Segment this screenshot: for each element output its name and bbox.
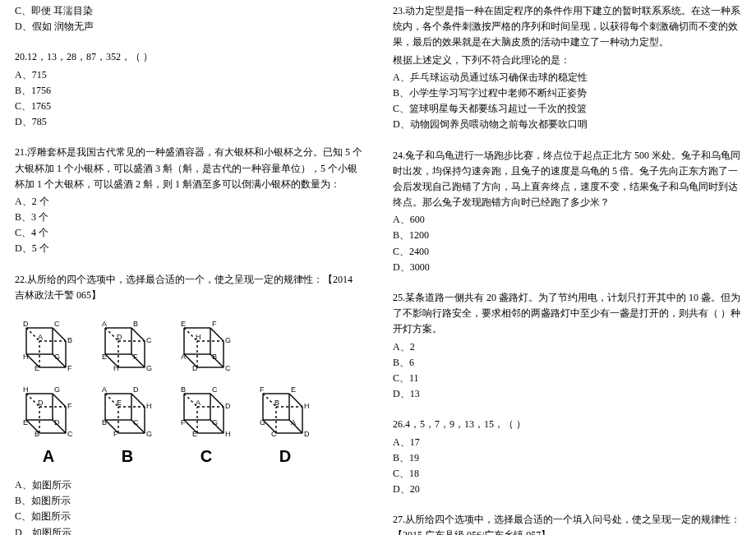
svg-text:A: A: [38, 333, 43, 341]
svg-text:C: C: [225, 364, 231, 372]
cube-labels-row: A B C D: [18, 443, 360, 469]
svg-text:D: D: [117, 333, 122, 341]
left-column: C、即便 耳濡目染 D、假如 润物无声 20.12，13，28，87，352，（…: [0, 0, 378, 535]
svg-line-49: [210, 328, 224, 341]
svg-text:D: D: [192, 364, 198, 372]
q24-option-d: D、3000: [393, 260, 741, 275]
svg-text:E: E: [35, 364, 39, 372]
svg-text:G: G: [260, 418, 265, 427]
svg-text:G: G: [212, 418, 218, 427]
q22-figure: DCBA HGFE ABCD EFGH EFGH ABCD: [15, 311, 363, 469]
svg-text:A: A: [181, 353, 186, 361]
cube-top-2: ABCD EFGH: [97, 311, 158, 372]
svg-text:B: B: [102, 418, 107, 427]
svg-text:D: D: [304, 430, 310, 438]
svg-line-89: [131, 394, 145, 407]
cubes-row-top: DCBA HGFE ABCD EFGH EFGH ABCD: [18, 311, 360, 372]
q22-option-a: A、如图所示: [15, 477, 363, 493]
q26-option-d: D、20: [393, 482, 741, 497]
q21-option-c: C、4 个: [15, 225, 363, 241]
cube-bottom-3: BCDA FGHE: [176, 377, 237, 438]
svg-text:A: A: [102, 385, 107, 394]
q23-option-d: D、动物园饲养员喂动物之前每次都要吹口哨: [393, 117, 741, 132]
q20-option-a: A、715: [15, 67, 363, 83]
svg-text:F: F: [67, 364, 72, 372]
svg-text:C: C: [146, 336, 152, 344]
q22-option-c: C、如图所示: [15, 509, 363, 524]
q23-option-b: B、小学生学习写字过程中老师不断纠正姿势: [393, 85, 741, 101]
q22-option-d: D、如图所示: [15, 525, 363, 535]
svg-text:E: E: [291, 385, 296, 394]
svg-line-29: [131, 328, 145, 341]
svg-text:E: E: [192, 430, 197, 438]
q20: 20.12，13，28，87，352，（ ） A、715 B、1756 C、17…: [15, 49, 363, 130]
q26-stem: 26.4，5，7，9，13，15，（ ）: [393, 417, 741, 432]
q26-option-c: C、18: [393, 466, 741, 482]
label-c: C: [176, 443, 237, 469]
q24-option-b: B、1200: [393, 228, 741, 243]
svg-text:F: F: [260, 385, 265, 394]
q21-option-b: B、3 个: [15, 210, 363, 225]
svg-text:F: F: [181, 418, 186, 427]
svg-text:C: C: [133, 418, 139, 427]
q26: 26.4，5，7，9，13，15，（ ） A、17 B、19 C、18 D、20: [393, 417, 741, 497]
q25-option-b: B、6: [393, 355, 741, 371]
q26-option-b: B、19: [393, 450, 741, 466]
q20-option-c: C、1765: [15, 99, 363, 114]
svg-text:H: H: [196, 333, 201, 341]
svg-text:H: H: [225, 430, 231, 438]
svg-text:C: C: [212, 385, 218, 394]
svg-text:G: G: [225, 336, 231, 344]
svg-text:H: H: [23, 353, 29, 361]
svg-text:E: E: [102, 353, 107, 361]
q25-option-a: A、2: [393, 339, 741, 355]
q20-option-d: D、785: [15, 114, 363, 130]
svg-text:E: E: [23, 418, 28, 427]
q25: 25.某条道路一侧共有 20 盏路灯。为了节约用电，计划只打开其中的 10 盏。…: [393, 290, 741, 402]
cube-top-1: DCBA HGFE: [18, 311, 79, 372]
q27-stem: 27.从所给四个选项中，选择最合适的一个填入问号处，使之呈现一定的规律性：【20…: [393, 512, 741, 535]
q25-option-d: D、13: [393, 386, 741, 402]
svg-text:B: B: [181, 385, 186, 394]
svg-text:D: D: [23, 320, 29, 328]
q22-stem: 22.从所给的四个选项中，选择最合适的一个，使之呈现一定的规律性：【2014 吉…: [15, 272, 363, 303]
cube-bottom-1: HGFD EDCB: [18, 377, 79, 438]
cube-bottom-4: FEHB GADC: [255, 377, 316, 438]
svg-text:F: F: [133, 353, 138, 361]
svg-text:B: B: [67, 336, 72, 344]
cubes-row-bottom: HGFD EDCB ADHE BCGF BCDA FGHE: [18, 377, 360, 438]
q24-stem: 24.兔子和乌龟进行一场跑步比赛，终点位于起点正北方 500 米处。兔子和乌龟同…: [393, 148, 741, 211]
q23-sub: 根据上述定义，下列不符合此理论的是：: [393, 53, 741, 68]
label-a: A: [18, 443, 79, 469]
q27: 27.从所给四个选项中，选择最合适的一个填入问号处，使之呈现一定的规律性：【20…: [393, 512, 741, 535]
q21-stem: 21.浮雕套杯是我国古代常见的一种盛酒容器，有大银杯和小银杯之分。已知 5 个大…: [15, 145, 363, 192]
q20-option-b: B、1756: [15, 83, 363, 99]
svg-text:C: C: [271, 430, 277, 438]
svg-text:F: F: [113, 430, 118, 438]
q24: 24.兔子和乌龟进行一场跑步比赛，终点位于起点正北方 500 米处。兔子和乌龟同…: [393, 148, 741, 276]
svg-text:A: A: [102, 320, 107, 328]
svg-text:A: A: [196, 399, 201, 407]
right-column: 23.动力定型是指一种在固定程序的条件作用下建立的暂时联系系统。在这一种系统内，…: [378, 0, 756, 535]
svg-text:H: H: [304, 402, 310, 410]
svg-text:D: D: [38, 399, 44, 407]
q25-option-c: C、11: [393, 371, 741, 386]
svg-text:F: F: [212, 320, 217, 328]
svg-text:B: B: [133, 320, 138, 328]
svg-text:G: G: [146, 430, 152, 438]
q24-option-a: A、600: [393, 212, 741, 228]
svg-line-109: [210, 394, 224, 407]
q21-option-d: D、5 个: [15, 241, 363, 256]
q20-stem: 20.12，13，28，87，352，（ ）: [15, 49, 363, 65]
q23: 23.动力定型是指一种在固定程序的条件作用下建立的暂时联系系统。在这一种系统内，…: [393, 3, 741, 133]
svg-text:B: B: [212, 353, 217, 361]
q25-stem: 25.某条道路一侧共有 20 盏路灯。为了节约用电，计划只打开其中的 10 盏。…: [393, 290, 741, 338]
cube-top-3: EFGH ABCD: [176, 311, 237, 372]
q21: 21.浮雕套杯是我国古代常见的一种盛酒容器，有大银杯和小银杯之分。已知 5 个大…: [15, 145, 363, 256]
svg-text:C: C: [67, 430, 73, 438]
svg-line-9: [53, 328, 66, 341]
q23-option-a: A、乒乓球运动员通过练习确保击球的稳定性: [393, 70, 741, 85]
label-d: D: [255, 443, 316, 469]
label-b: B: [97, 443, 158, 469]
svg-text:E: E: [117, 399, 122, 407]
